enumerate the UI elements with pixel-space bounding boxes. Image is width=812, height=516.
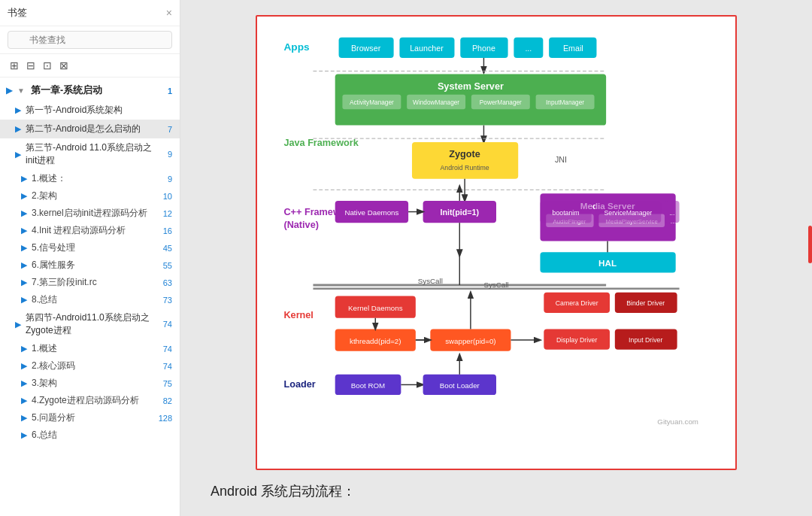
sub1-3-6-label: 6.属性服务: [32, 259, 75, 272]
watermark: Gityuan.com: [657, 417, 698, 426]
bookmark-sub7-icon: ▶: [21, 278, 27, 287]
svg-text:Launcher: Launcher: [410, 44, 444, 53]
bookmark-s1-2-icon: ▶: [15, 124, 21, 134]
sub1-4-2-page: 74: [163, 362, 172, 371]
svg-text:...: ...: [669, 209, 674, 217]
apps-label: Apps: [283, 41, 309, 53]
section-1-2[interactable]: ▶ 第二节-Android是怎么启动的 7: [0, 120, 180, 138]
section-1-1[interactable]: ▶ 第一节-Android系统架构: [0, 101, 180, 120]
sub1-4-4-page: 82: [163, 396, 172, 405]
sub1-4-6-label: 6.总结: [32, 429, 57, 442]
subsection-1-3-1[interactable]: ▶ 1.概述： 9: [0, 170, 180, 187]
architecture-diagram: Apps Browser Launcher Phone ... Email Sy…: [269, 29, 723, 454]
svg-text:Display Driver: Display Driver: [556, 336, 598, 344]
svg-text:Kernel: Kernel: [283, 310, 313, 320]
svg-text:bootanim: bootanim: [553, 209, 580, 217]
svg-text:Native Daemons: Native Daemons: [344, 208, 398, 217]
section-1-4-page: 74: [157, 320, 172, 329]
expand-all-button[interactable]: ⊞: [8, 58, 21, 73]
section-1-1-label: 第一节-Android系统架构: [26, 104, 123, 117]
svg-text:PowerManager: PowerManager: [480, 99, 522, 106]
sub1-3-4-label: 4.Init 进程启动源码分析: [32, 224, 126, 237]
bookmark-sub8-icon: ▶: [21, 295, 27, 305]
section-1-3-label: 第三节-Android 11.0系统启动之init进程: [26, 141, 157, 167]
section-1-3[interactable]: ▶ 第三节-Android 11.0系统启动之init进程 9: [0, 138, 180, 170]
close-icon[interactable]: ×: [166, 7, 172, 19]
subsection-1-4-3[interactable]: ▶ 3.架构 75: [0, 375, 180, 392]
svg-text:Camera Driver: Camera Driver: [556, 299, 598, 307]
subsection-1-4-2[interactable]: ▶ 2.核心源码 74: [0, 357, 180, 375]
sub1-4-5-page: 128: [159, 414, 172, 423]
sub1-4-4-label: 4.Zygote进程启动源码分析: [32, 394, 139, 407]
bookmark-sub4-icon: ▶: [21, 226, 27, 235]
svg-text:Boot ROM: Boot ROM: [351, 381, 385, 390]
bookmark-sub5-icon: ▶: [21, 243, 27, 253]
sub1-4-3-page: 75: [163, 379, 172, 388]
search-input[interactable]: [8, 31, 172, 49]
chapter-1[interactable]: ▶ ▼ 第一章-系统启动 1: [0, 80, 180, 101]
svg-text:SysCall: SysCall: [484, 281, 509, 289]
subsection-1-3-4[interactable]: ▶ 4.Init 进程启动源码分析 16: [0, 222, 180, 239]
bookmark-s1-3-icon: ▶: [15, 150, 21, 159]
add-bookmark-button[interactable]: ⊠: [57, 58, 71, 73]
sidebar: 书签 × 🔍 ⊞ ⊟ ⊡ ⊠ ▶ ▼ 第一章-系统启动 1 ▶ 第一节-Andr…: [0, 0, 180, 516]
svg-text:HAL: HAL: [598, 258, 617, 268]
sub1-3-3-page: 12: [163, 209, 172, 218]
bookmark-sub3-icon: ▶: [21, 208, 27, 218]
subsection-1-4-4[interactable]: ▶ 4.Zygote进程启动源码分析 82: [0, 392, 180, 409]
sub1-4-5-label: 5.问题分析: [32, 411, 75, 424]
svg-text:Init(pid=1): Init(pid=1): [441, 208, 480, 217]
sub1-3-7-label: 7.第三阶段init.rc: [32, 276, 97, 289]
toc-list: ▶ ▼ 第一章-系统启动 1 ▶ 第一节-Android系统架构 ▶ 第二节-A…: [0, 77, 180, 516]
svg-text:...: ...: [525, 44, 532, 53]
search-bar: 🔍: [0, 26, 180, 54]
subsection-1-3-8[interactable]: ▶ 8.总结 73: [0, 291, 180, 308]
sub1-3-8-label: 8.总结: [32, 293, 57, 306]
section-1-2-page: 7: [157, 125, 172, 134]
subsection-1-4-1[interactable]: ▶ 1.概述 74: [0, 340, 180, 357]
bookmark-sub44-icon: ▶: [21, 396, 27, 405]
section-1-4-label: 第四节-Android11.0系统启动之Zygote进程: [26, 311, 157, 337]
subsection-1-3-7[interactable]: ▶ 7.第三阶段init.rc 63: [0, 274, 180, 291]
chapter1-page: 1: [168, 87, 172, 96]
sidebar-header: 书签 ×: [0, 0, 180, 26]
svg-text:InputManager: InputManager: [546, 99, 584, 106]
svg-text:Kernel Daemons: Kernel Daemons: [348, 304, 403, 312]
bookmark-s1-4-icon: ▶: [15, 320, 21, 329]
sub1-3-5-label: 5.信号处理: [32, 241, 75, 254]
bookmark-sub41-icon: ▶: [21, 344, 27, 354]
sub1-3-2-label: 2.架构: [32, 190, 57, 202]
bookmark-button[interactable]: ⊡: [41, 58, 54, 73]
subsection-1-4-6[interactable]: ▶ 6.总结: [0, 426, 180, 444]
sub1-4-2-label: 2.核心源码: [32, 360, 75, 372]
collapse-all-button[interactable]: ⊟: [24, 58, 38, 73]
svg-text:(Native): (Native): [283, 220, 318, 230]
svg-text:Input Driver: Input Driver: [629, 336, 662, 344]
svg-text:JNI: JNI: [555, 155, 567, 164]
scroll-indicator[interactable]: [808, 226, 812, 263]
bookmark-s1-1-icon: ▶: [15, 105, 21, 115]
section-1-3-page: 9: [157, 150, 172, 159]
section-1-4[interactable]: ▶ 第四节-Android11.0系统启动之Zygote进程 74: [0, 308, 180, 340]
sub1-3-4-page: 16: [163, 226, 172, 235]
bookmark-sub45-icon: ▶: [21, 413, 27, 423]
svg-text:Browser: Browser: [351, 44, 381, 53]
subsection-1-3-3[interactable]: ▶ 3.kernel启动init进程源码分析 12: [0, 205, 180, 222]
sub1-3-6-page: 55: [163, 261, 172, 270]
toolbar: ⊞ ⊟ ⊡ ⊠: [0, 54, 180, 77]
svg-text:swapper(pid=0): swapper(pid=0): [445, 337, 495, 345]
svg-rect-25: [412, 142, 518, 179]
chapter1-arrow: ▼: [17, 87, 25, 95]
sub1-3-7-page: 63: [163, 278, 172, 287]
bookmark-sub2-icon: ▶: [21, 191, 27, 201]
bookmark-chapter1-icon: ▶: [6, 86, 12, 96]
subsection-1-3-5[interactable]: ▶ 5.信号处理 45: [0, 239, 180, 256]
sub1-3-5-page: 45: [163, 244, 172, 253]
svg-text:Zygote: Zygote: [449, 149, 480, 159]
sub1-3-2-page: 10: [163, 192, 172, 201]
main-content: Apps Browser Launcher Phone ... Email Sy…: [180, 0, 812, 516]
svg-text:Boot Loader: Boot Loader: [440, 381, 480, 390]
subsection-1-4-5[interactable]: ▶ 5.问题分析 128: [0, 409, 180, 426]
subsection-1-3-2[interactable]: ▶ 2.架构 10: [0, 187, 180, 205]
subsection-1-3-6[interactable]: ▶ 6.属性服务 55: [0, 256, 180, 274]
